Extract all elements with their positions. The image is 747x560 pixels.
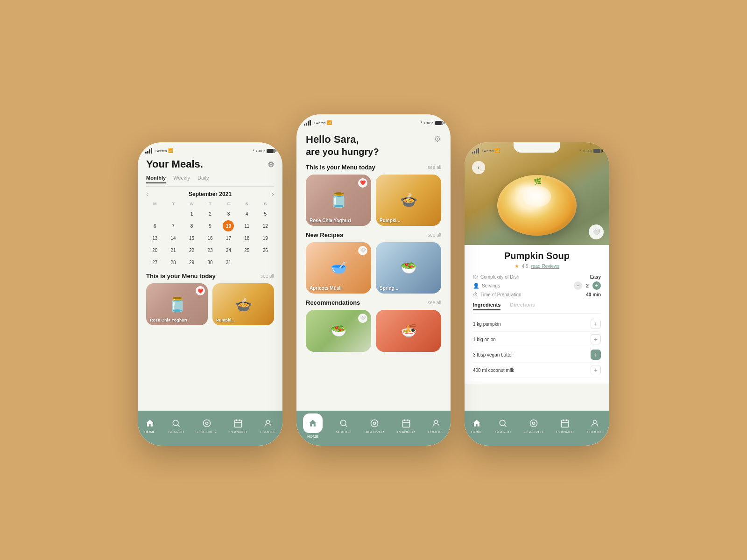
- food-card-pumpkin-center[interactable]: 🍲 Pumpki...: [376, 175, 441, 226]
- cal-day-29[interactable]: 29: [186, 257, 197, 268]
- heart-icon-apricot[interactable]: 🤍: [358, 246, 367, 255]
- add-coconut-btn[interactable]: +: [591, 365, 601, 375]
- nav-discover-label-center: DISCOVER: [365, 430, 384, 434]
- cal-day-12[interactable]: 12: [260, 220, 271, 231]
- rec-card-salad[interactable]: 🥗 🤍: [306, 310, 371, 352]
- nav-profile-right[interactable]: PROFILE: [587, 418, 603, 434]
- nav-home-center[interactable]: HOME: [303, 413, 323, 439]
- nav-profile-left[interactable]: PROFILE: [260, 418, 276, 434]
- add-butter-btn[interactable]: +: [591, 350, 601, 360]
- nav-planner-label-left: PLANNER: [229, 430, 247, 434]
- food-card-pumpkin-left[interactable]: 🍲 Pumpki...: [212, 283, 274, 325]
- cal-day-8[interactable]: 8: [186, 220, 197, 231]
- cal-day-25[interactable]: 25: [241, 245, 253, 256]
- food-card-rose-center[interactable]: 🫙 ❤️ Rose Chia Yoghurt: [306, 175, 371, 226]
- food-label-rose-center: Rose Chia Yoghurt: [310, 218, 367, 223]
- cal-day-13[interactable]: 13: [149, 232, 161, 244]
- nav-home-right[interactable]: HOME: [471, 418, 482, 434]
- calendar-header: ‹ September 2021 ›: [146, 190, 274, 198]
- nav-profile-center[interactable]: PROFILE: [428, 418, 444, 434]
- see-all-left[interactable]: see all: [261, 273, 274, 279]
- cal-day-20[interactable]: 20: [149, 245, 161, 256]
- cal-day-5[interactable]: 5: [260, 208, 271, 219]
- cal-day-14[interactable]: 14: [168, 232, 179, 244]
- see-all-recipes[interactable]: see all: [428, 232, 441, 238]
- cal-day-6[interactable]: 6: [149, 220, 161, 231]
- heart-icon-rose-center[interactable]: ❤️: [358, 178, 367, 188]
- cal-day-3[interactable]: 3: [223, 208, 234, 219]
- day-label-f: F: [220, 201, 237, 207]
- food-card-rose-left[interactable]: 🫙 ❤️ Rose Chia Yoghurt: [146, 283, 208, 325]
- cal-day-1[interactable]: 1: [186, 208, 197, 219]
- settings-icon-center[interactable]: ⚙: [434, 134, 441, 144]
- cal-prev[interactable]: ‹: [146, 190, 148, 198]
- nav-discover-left[interactable]: DISCOVER: [197, 418, 217, 434]
- nav-search-left[interactable]: SEARCH: [169, 418, 184, 434]
- nav-profile-label-left: PROFILE: [260, 430, 276, 434]
- nav-planner-center[interactable]: PLANNER: [397, 418, 415, 434]
- nav-discover-center[interactable]: DISCOVER: [365, 418, 384, 434]
- nav-home-left[interactable]: HOME: [144, 418, 155, 434]
- nav-search-center[interactable]: SEARCH: [336, 418, 351, 434]
- hero-inner: 🌿: [465, 142, 609, 245]
- ingredients-tabs: Ingredients Directions: [473, 302, 601, 314]
- ingredient-pumpkin-name: 1 kg pumpkin: [473, 322, 500, 327]
- heart-icon-salad[interactable]: 🤍: [358, 314, 367, 323]
- time-value: 40 min: [586, 292, 601, 297]
- cal-day-23[interactable]: 23: [204, 245, 216, 256]
- cal-day-11[interactable]: 11: [241, 220, 253, 231]
- servings-increase[interactable]: +: [592, 281, 601, 290]
- cal-day-7[interactable]: 7: [168, 220, 179, 231]
- heart-icon-rose-left[interactable]: ❤️: [196, 286, 205, 295]
- food-label-pumpkin-center: Pumpki...: [380, 218, 437, 223]
- center-content: Hello Sara, are you hungry? ⚙ This is yo…: [296, 127, 451, 424]
- cal-day-28[interactable]: 28: [168, 257, 179, 268]
- cal-day-4[interactable]: 4: [241, 208, 253, 219]
- add-onion-btn[interactable]: +: [591, 334, 601, 344]
- cal-day-18[interactable]: 18: [241, 232, 253, 244]
- cal-day-2[interactable]: 2: [204, 208, 216, 219]
- nav-planner-label-right: PLANNER: [556, 430, 574, 434]
- cal-day-21[interactable]: 21: [168, 245, 179, 256]
- cal-day-27[interactable]: 27: [149, 257, 161, 268]
- settings-icon-left[interactable]: ⚙: [268, 160, 274, 169]
- cal-day-31[interactable]: 31: [223, 257, 234, 268]
- rec-card-tomato[interactable]: 🍜: [376, 310, 441, 352]
- tab-daily[interactable]: Daily: [197, 175, 209, 183]
- greeting-text: Hello Sara, are you hungry?: [306, 131, 379, 157]
- tab-monthly[interactable]: Monthly: [146, 175, 166, 183]
- add-pumpkin-btn[interactable]: +: [591, 319, 601, 329]
- cal-day-15[interactable]: 15: [186, 232, 197, 244]
- discover-icon-left: [202, 418, 212, 428]
- nav-planner-left[interactable]: PLANNER: [229, 418, 247, 434]
- read-reviews-link[interactable]: read Reviews: [531, 264, 560, 269]
- servings-decrease[interactable]: −: [574, 281, 582, 290]
- food-card-apricot[interactable]: 🥣 🤍 Apricots Müsli: [306, 242, 371, 294]
- cal-day-30[interactable]: 30: [204, 257, 216, 268]
- cal-day-26[interactable]: 26: [260, 245, 271, 256]
- cal-day-10[interactable]: 10: [223, 220, 234, 231]
- greeting-title: Hello Sara,: [306, 133, 379, 147]
- tab-ingredients[interactable]: Ingredients: [473, 302, 500, 310]
- cal-day-16[interactable]: 16: [204, 232, 216, 244]
- bluetooth-icon-right: *: [579, 148, 581, 153]
- network-label-center: Sketch: [314, 121, 325, 125]
- cal-day-9[interactable]: 9: [204, 220, 216, 231]
- nav-discover-right[interactable]: DISCOVER: [524, 418, 543, 434]
- menu-section-header-left: This is your Menu today see all: [146, 273, 274, 280]
- see-all-menu-center[interactable]: see all: [428, 165, 441, 170]
- food-card-spring[interactable]: 🥗 Spring...: [376, 242, 441, 294]
- tab-weekly[interactable]: Weekly: [173, 175, 190, 183]
- cal-day-19[interactable]: 19: [260, 232, 271, 244]
- cal-day-22[interactable]: 22: [186, 245, 197, 256]
- tab-directions[interactable]: Directions: [510, 302, 535, 310]
- cal-day-24[interactable]: 24: [223, 245, 234, 256]
- nav-planner-right[interactable]: PLANNER: [556, 418, 574, 434]
- see-all-recommendations[interactable]: see all: [428, 300, 441, 305]
- back-button[interactable]: ‹: [472, 161, 485, 174]
- cal-day-17[interactable]: 17: [223, 232, 234, 244]
- hero-heart-icon[interactable]: 🤍: [589, 224, 604, 239]
- nav-search-right[interactable]: SEARCH: [495, 418, 511, 434]
- cal-next[interactable]: ›: [272, 190, 274, 198]
- new-recipe-cards: 🥣 🤍 Apricots Müsli 🥗 Spring...: [306, 242, 441, 294]
